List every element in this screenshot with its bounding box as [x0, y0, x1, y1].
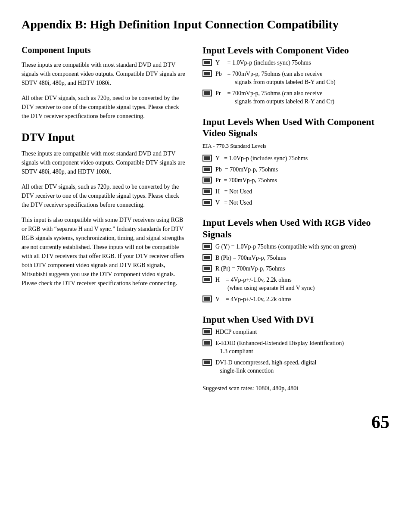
input-levels-when-used-section: Input Levels When Used With Component Vi… — [202, 116, 389, 207]
input-levels-component-list: Y = 1.0Vp-p (includes sync) 75ohms Pb = … — [202, 59, 389, 106]
input-dvi-list: HDCP compliant E-EDID (Enhanced-Extended… — [202, 328, 389, 375]
connector-icon — [202, 188, 212, 195]
item-value: E-EDID (Enhanced-Extended Display Identi… — [215, 339, 344, 356]
list-item: HDCP compliant — [202, 328, 389, 336]
item-value: = 700mVp-p, 75ohms (can also receive sig… — [226, 89, 334, 106]
connector-icon — [202, 59, 212, 66]
component-inputs-title: Component Inputs — [22, 45, 185, 55]
input-levels-when-used-title: Input Levels When Used With Component Vi… — [202, 116, 389, 139]
item-value: = 1.0Vp-p (includes sync) 75ohms — [226, 59, 311, 67]
connector-icon — [202, 70, 212, 77]
input-levels-rgb-list: G (Y) = 1.0Vp-p 75ohms (compatible with … — [202, 243, 389, 304]
component-inputs-section: Component Inputs These inputs are compat… — [22, 45, 185, 121]
list-item: Pr = 700mVp-p, 75ohms (can also receive … — [202, 89, 389, 106]
left-column: Component Inputs These inputs are compat… — [22, 45, 185, 403]
list-item: Pr = 700mVp-p, 75ohms — [202, 176, 389, 185]
right-column: Input Levels with Component Video Y = 1.… — [202, 45, 389, 403]
dtv-input-para-2: All other DTV signals, such as 720p, nee… — [22, 182, 185, 209]
list-item: Y = 1.0Vp-p (includes sync) 75ohms — [202, 154, 389, 163]
item-value: HDCP compliant — [215, 328, 257, 336]
item-label: Pr — [215, 89, 224, 98]
connector-icon — [202, 328, 212, 335]
dtv-input-para-3: This input is also compatible with some … — [22, 215, 185, 288]
connector-icon — [202, 166, 212, 173]
item-label: Pb — [215, 70, 224, 78]
component-inputs-para-1: These inputs are compatible with most st… — [22, 60, 185, 87]
item-value: = 700mVp-p, 75ohms (can also receive sig… — [226, 70, 336, 87]
connector-icon — [202, 276, 212, 283]
item-value: B (Pb) = 700mVp-p, 75ohms — [215, 254, 286, 262]
input-levels-rgb-title: Input Levels when Used With RGB Video Si… — [202, 217, 389, 240]
list-item: DVI-D uncompressed, high-speed, digital … — [202, 358, 389, 375]
list-item: E-EDID (Enhanced-Extended Display Identi… — [202, 339, 389, 356]
connector-icon — [202, 296, 212, 302]
list-item: V = Not Used — [202, 199, 389, 207]
input-dvi-footer: Suggested scan rates: 1080i, 480p, 480i — [202, 384, 389, 393]
page-number: 65 — [22, 412, 389, 432]
list-item: V = 4Vp-p+/-1.0v, 2.2k ohms — [202, 295, 389, 304]
dtv-input-section: DTV Input These inputs are compatible wi… — [22, 131, 185, 288]
item-value: H = 4Vp-p+/-1.0v, 2.2k ohms (when using … — [215, 276, 314, 292]
item-value: Pr = 700mVp-p, 75ohms — [215, 176, 277, 185]
input-levels-component-section: Input Levels with Component Video Y = 1.… — [202, 45, 389, 106]
list-item: H = Not Used — [202, 187, 389, 196]
page-title: Appendix B: High Definition Input Connec… — [22, 17, 389, 32]
connector-icon — [202, 155, 212, 162]
input-levels-when-used-subtitle: EIA - 770.3 Standard Levels — [202, 142, 389, 150]
list-item: B (Pb) = 700mVp-p, 75ohms — [202, 254, 389, 262]
list-item: Y = 1.0Vp-p (includes sync) 75ohms — [202, 59, 389, 67]
dtv-input-title: DTV Input — [22, 131, 185, 144]
list-item: H = 4Vp-p+/-1.0v, 2.2k ohms (when using … — [202, 276, 389, 292]
list-item: Pb = 700mVp-p, 75ohms (can also receive … — [202, 70, 389, 87]
item-value: H = Not Used — [215, 187, 252, 196]
connector-icon — [202, 359, 212, 366]
input-dvi-section: Input when Used With DVI HDCP compliant … — [202, 314, 389, 393]
item-value: R (Pr) = 700mVp-p, 75ohms — [215, 264, 285, 273]
list-item: G (Y) = 1.0Vp-p 75ohms (compatible with … — [202, 243, 389, 251]
connector-icon — [202, 177, 212, 184]
item-value: Y = 1.0Vp-p (includes sync) 75ohms — [215, 154, 308, 163]
item-value: Pb = 700mVp-p, 75ohms — [215, 165, 278, 174]
connector-icon — [202, 243, 212, 250]
connector-icon — [202, 254, 212, 261]
input-levels-rgb-section: Input Levels when Used With RGB Video Si… — [202, 217, 389, 303]
connector-icon — [202, 90, 212, 96]
connector-icon — [202, 199, 212, 206]
input-dvi-title: Input when Used With DVI — [202, 314, 389, 325]
connector-icon — [202, 265, 212, 272]
list-item: R (Pr) = 700mVp-p, 75ohms — [202, 264, 389, 273]
input-levels-component-title: Input Levels with Component Video — [202, 45, 389, 56]
connector-icon — [202, 339, 212, 346]
item-value: DVI-D uncompressed, high-speed, digital … — [215, 358, 316, 375]
item-label: Y — [215, 59, 224, 67]
item-value: V = Not Used — [215, 199, 252, 207]
component-inputs-para-2: All other DTV signals, such as 720p, nee… — [22, 93, 185, 121]
list-item: Pb = 700mVp-p, 75ohms — [202, 165, 389, 174]
dtv-input-para-1: These inputs are compatible with most st… — [22, 149, 185, 176]
item-value: G (Y) = 1.0Vp-p 75ohms (compatible with … — [215, 243, 356, 251]
input-levels-when-used-list: Y = 1.0Vp-p (includes sync) 75ohms Pb = … — [202, 154, 389, 207]
item-value: V = 4Vp-p+/-1.0v, 2.2k ohms — [215, 295, 291, 304]
